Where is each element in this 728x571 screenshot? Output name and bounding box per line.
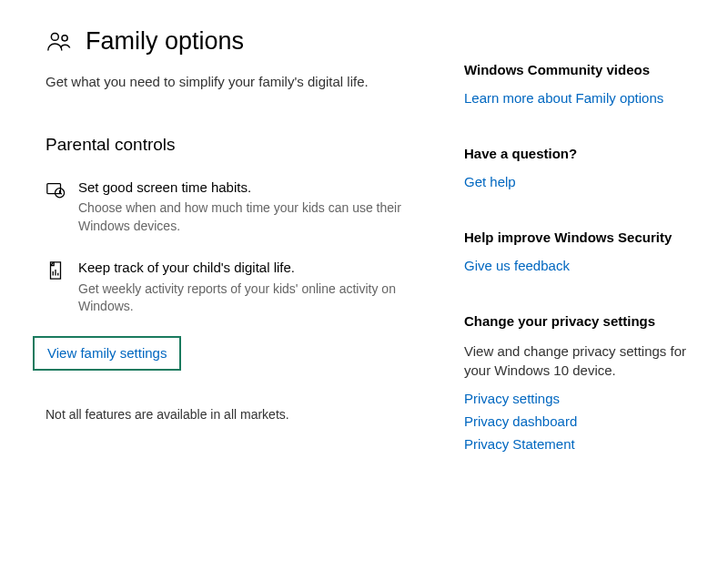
feedback-section: Help improve Windows Security Give us fe… xyxy=(464,229,692,273)
page-header: Family options xyxy=(46,27,419,56)
feature-desc: Choose when and how much time your kids … xyxy=(78,199,419,235)
learn-family-options-link[interactable]: Learn more about Family options xyxy=(464,90,692,106)
svg-point-1 xyxy=(62,35,67,40)
give-feedback-link[interactable]: Give us feedback xyxy=(464,258,692,273)
svg-point-0 xyxy=(51,33,58,40)
feature-activity-reports: Keep track of your child's digital life.… xyxy=(46,259,419,315)
report-icon xyxy=(46,259,66,315)
feature-title: Set good screen time habits. xyxy=(78,178,419,197)
page-subtitle: Get what you need to simplify your famil… xyxy=(46,72,419,91)
privacy-dashboard-link[interactable]: Privacy dashboard xyxy=(464,413,692,429)
privacy-desc: View and change privacy settings for you… xyxy=(464,342,692,380)
highlight-box: View family settings xyxy=(33,336,181,371)
view-family-settings-link[interactable]: View family settings xyxy=(47,345,167,361)
question-heading: Have a question? xyxy=(464,146,692,161)
feature-title: Keep track of your child's digital life. xyxy=(78,259,419,277)
get-help-link[interactable]: Get help xyxy=(464,174,692,189)
feedback-heading: Help improve Windows Security xyxy=(464,229,692,245)
privacy-section: Change your privacy settings View and ch… xyxy=(464,313,692,452)
privacy-statement-link[interactable]: Privacy Statement xyxy=(464,436,692,452)
family-group-icon xyxy=(46,28,73,56)
question-section: Have a question? Get help xyxy=(464,146,692,189)
parental-controls-heading: Parental controls xyxy=(46,135,419,155)
privacy-heading: Change your privacy settings xyxy=(464,313,692,329)
screen-time-icon xyxy=(46,178,66,235)
page-title: Family options xyxy=(86,27,244,56)
community-heading: Windows Community videos xyxy=(464,62,692,77)
market-note: Not all features are available in all ma… xyxy=(46,407,419,422)
community-section: Windows Community videos Learn more abou… xyxy=(464,62,692,106)
feature-screen-time: Set good screen time habits. Choose when… xyxy=(46,178,419,235)
privacy-settings-link[interactable]: Privacy settings xyxy=(464,391,692,406)
feature-desc: Get weekly activity reports of your kids… xyxy=(78,280,419,316)
